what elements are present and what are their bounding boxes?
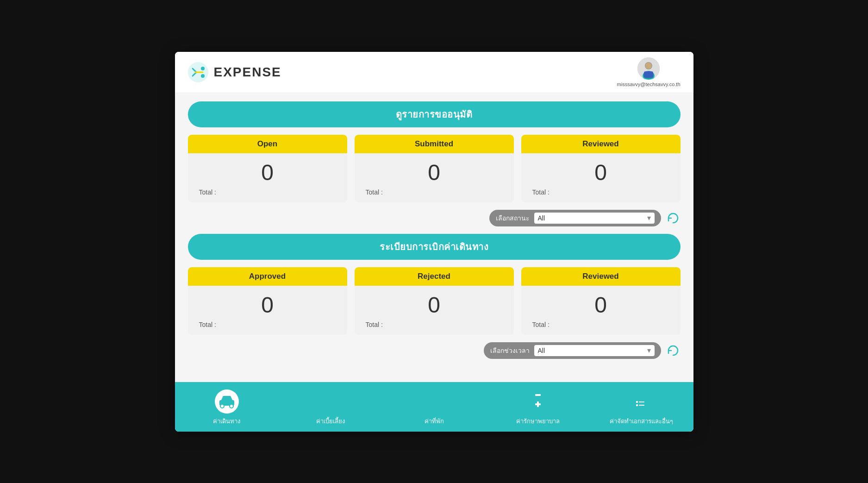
section1-header: ดูรายการขออนุมัติ bbox=[188, 101, 681, 127]
card-reviewed1-body: 0 Total : bbox=[521, 153, 681, 202]
card-rejected-value: 0 bbox=[428, 294, 440, 316]
svg-rect-27 bbox=[437, 403, 439, 405]
card-open: Open 0 Total : bbox=[188, 135, 347, 202]
svg-point-17 bbox=[329, 395, 336, 404]
nav-item-medical[interactable]: ค่ารักษาพยาบาล bbox=[486, 389, 590, 426]
card-reviewed1: Reviewed 0 Total : bbox=[521, 135, 681, 202]
section1: ดูรายการขออนุมัติ bbox=[188, 101, 681, 127]
card-submitted-total: Total : bbox=[362, 188, 383, 196]
svg-rect-26 bbox=[429, 403, 431, 405]
filter-status-select[interactable]: All Open Submitted Reviewed bbox=[534, 213, 655, 224]
card-submitted: Submitted 0 Total : bbox=[355, 135, 514, 202]
filter-status-label: เลือกสถานะ bbox=[496, 213, 530, 223]
card-open-header: Open bbox=[188, 135, 347, 153]
filter-period-wrapper: All This Month Last Month This Year ▾ bbox=[534, 345, 655, 356]
nav-item-docs[interactable]: ค่าจัดทำเอกสารและอื่นๆ bbox=[590, 389, 693, 426]
section1-cards-row: Open 0 Total : Submitted 0 Total : bbox=[188, 135, 681, 202]
app-title: EXPENSE bbox=[214, 65, 281, 80]
svg-rect-32 bbox=[535, 403, 541, 405]
svg-point-12 bbox=[230, 404, 233, 408]
filter-period-container: เลือกช่วงเวลา All This Month Last Month … bbox=[484, 342, 661, 359]
filter-period-label: เลือกช่วงเวลา bbox=[490, 345, 530, 356]
filter-status-wrapper: All Open Submitted Reviewed ▾ bbox=[534, 213, 655, 224]
svg-rect-40 bbox=[636, 401, 638, 403]
nav-label-hotel: ค่าที่พัก bbox=[425, 416, 444, 426]
section2-header: ระเบียบการเบิกค่าเดินทาง bbox=[188, 234, 681, 260]
user-info: misssavvy@techsavvy.co.th bbox=[617, 57, 681, 87]
card-submitted-header: Submitted bbox=[355, 135, 514, 153]
svg-rect-23 bbox=[429, 399, 431, 401]
card-rejected-total: Total : bbox=[362, 321, 383, 328]
bottom-nav: ค่าเดินทาง ค่าเบี้ยเล bbox=[175, 382, 693, 432]
filter-row-2: เลือกช่วงเวลา All This Month Last Month … bbox=[188, 342, 681, 359]
card-rejected-header: Rejected bbox=[355, 267, 514, 286]
nav-label-travel: ค่าเดินทาง bbox=[213, 416, 240, 426]
section2: ระเบียบการเบิกค่าเดินทาง bbox=[188, 234, 681, 260]
svg-point-2 bbox=[201, 74, 205, 78]
svg-rect-39 bbox=[634, 399, 647, 409]
svg-rect-24 bbox=[433, 399, 435, 401]
svg-rect-18 bbox=[332, 404, 333, 409]
filter-period-select[interactable]: All This Month Last Month This Year bbox=[534, 345, 655, 356]
nav-label-food: ค่าเบี้ยเลี้ยง bbox=[316, 416, 345, 426]
svg-rect-25 bbox=[437, 399, 439, 401]
refresh-button-2[interactable] bbox=[666, 343, 681, 358]
card-reviewed1-value: 0 bbox=[594, 162, 607, 184]
svg-rect-42 bbox=[636, 404, 638, 406]
car-icon bbox=[215, 389, 239, 414]
svg-rect-34 bbox=[535, 394, 541, 396]
nav-item-hotel[interactable]: ค่าที่พัก bbox=[382, 389, 486, 426]
document-icon bbox=[630, 389, 654, 414]
card-approved: Approved 0 Total : bbox=[188, 267, 347, 335]
user-avatar bbox=[637, 57, 660, 80]
card-reviewed2-total: Total : bbox=[529, 321, 550, 328]
nav-item-food[interactable]: ค่าเบี้ยเลี้ยง bbox=[279, 389, 382, 426]
svg-rect-22 bbox=[427, 393, 442, 395]
header-left: EXPENSE bbox=[188, 62, 281, 82]
svg-point-1 bbox=[201, 67, 205, 70]
svg-rect-28 bbox=[432, 403, 436, 410]
card-reviewed2-header: Reviewed bbox=[521, 267, 681, 286]
user-email: misssavvy@techsavvy.co.th bbox=[617, 82, 681, 87]
card-reviewed2: Reviewed 0 Total : bbox=[521, 267, 681, 335]
svg-point-11 bbox=[220, 404, 224, 408]
svg-rect-36 bbox=[638, 396, 645, 397]
card-approved-header: Approved bbox=[188, 267, 347, 286]
card-rejected: Rejected 0 Total : bbox=[355, 267, 514, 335]
nav-label-docs: ค่าจัดทำเอกสารและอื่นๆ bbox=[610, 416, 673, 426]
logo-icon bbox=[188, 62, 208, 82]
svg-rect-41 bbox=[639, 401, 644, 402]
header: EXPENSE misssavvy@techsavvy.co.th bbox=[175, 52, 693, 93]
svg-rect-43 bbox=[639, 405, 644, 406]
card-reviewed2-body: 0 Total : bbox=[521, 286, 681, 335]
app-container: EXPENSE misssavvy@techsavvy.co.th bbox=[175, 52, 693, 432]
svg-rect-14 bbox=[325, 394, 325, 398]
card-submitted-value: 0 bbox=[428, 162, 440, 184]
card-open-body: 0 Total : bbox=[188, 153, 347, 202]
card-rejected-body: 0 Total : bbox=[355, 286, 514, 335]
card-reviewed2-value: 0 bbox=[594, 294, 607, 316]
card-open-total: Total : bbox=[195, 188, 216, 196]
nav-item-travel[interactable]: ค่าเดินทาง bbox=[175, 389, 279, 426]
food-icon bbox=[318, 389, 343, 414]
section2-cards-row: Approved 0 Total : Rejected 0 Total : bbox=[188, 267, 681, 335]
nav-label-medical: ค่ารักษาพยาบาล bbox=[516, 416, 560, 426]
svg-rect-16 bbox=[325, 398, 326, 408]
card-reviewed1-total: Total : bbox=[529, 188, 550, 196]
card-approved-body: 0 Total : bbox=[188, 286, 347, 335]
svg-point-6 bbox=[645, 63, 652, 69]
medical-icon bbox=[526, 389, 550, 414]
card-approved-total: Total : bbox=[195, 321, 216, 328]
svg-rect-8 bbox=[644, 71, 653, 78]
card-submitted-body: 0 Total : bbox=[355, 153, 514, 202]
filter-status-container: เลือกสถานะ All Open Submitted Reviewed ▾ bbox=[489, 210, 661, 226]
card-open-value: 0 bbox=[261, 162, 274, 184]
filter-row-1: เลือกสถานะ All Open Submitted Reviewed ▾ bbox=[188, 210, 681, 226]
card-reviewed1-header: Reviewed bbox=[521, 135, 681, 153]
refresh-button-1[interactable] bbox=[666, 211, 681, 226]
main-content: ดูรายการขออนุมัติ Open 0 Total : Submitt… bbox=[175, 93, 693, 382]
svg-rect-15 bbox=[326, 394, 327, 398]
hotel-icon bbox=[422, 389, 446, 414]
card-approved-value: 0 bbox=[261, 294, 274, 316]
svg-rect-30 bbox=[531, 398, 545, 401]
